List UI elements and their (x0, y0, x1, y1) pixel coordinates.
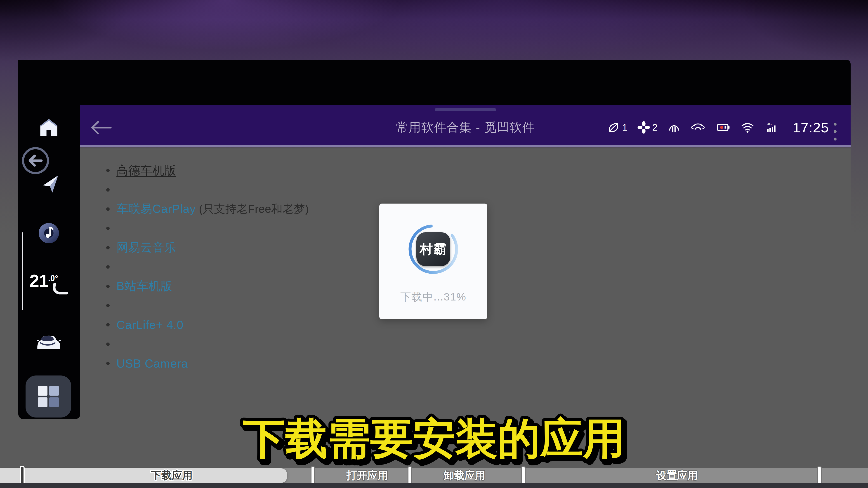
app-link[interactable]: 网易云音乐 (116, 240, 176, 256)
drag-handle[interactable] (435, 108, 496, 111)
download-progress-text: 下载中...31% (379, 290, 487, 304)
list-item: 高德车机版 (106, 161, 491, 180)
status-bar: 1 2 (607, 105, 829, 145)
list-item: USB Camera (106, 354, 491, 373)
temperature-unit: .0° (48, 273, 58, 283)
bullet-icon (106, 362, 110, 365)
separator-bar (311, 467, 314, 484)
seat-temperature[interactable]: 21.0° (29, 271, 72, 291)
app-link[interactable]: 高德车机版 (116, 163, 176, 178)
music-button[interactable] (37, 221, 61, 246)
back-arrow-icon (89, 120, 113, 137)
video-caption: 下载需要安装的应用 下载需要安装的应用 (235, 412, 633, 470)
home-icon (38, 117, 60, 139)
bullet-icon (106, 304, 110, 307)
separator-bar (408, 467, 411, 484)
app-grid-button[interactable] (26, 376, 71, 418)
eco-leaf-icon: 1 (607, 121, 627, 134)
chapter-tab[interactable]: 设置应用 (656, 468, 698, 483)
app-link-note: (只支持老Free和老梦) (199, 201, 309, 217)
eco-badge: 1 (622, 122, 627, 133)
home-button[interactable] (38, 117, 60, 139)
chapter-tab[interactable]: 下载应用 (151, 468, 193, 483)
clock: 17:25 (793, 120, 829, 135)
bullet-icon (106, 323, 110, 326)
chapter-tab[interactable]: 卸载应用 (444, 468, 485, 483)
app-header: 常用软件合集 - 觅凹软件 1 (80, 105, 850, 147)
bottom-strip (0, 483, 868, 488)
bullet-icon (106, 265, 110, 269)
car-infotainment-screen: 21.0° (0, 0, 868, 488)
seat-vent-icon (667, 121, 681, 134)
app-link[interactable]: 车联易CarPlay (116, 201, 196, 217)
wifi-icon (740, 121, 755, 134)
page-title: 常用软件合集 - 觅凹软件 (396, 119, 535, 136)
car-front-icon (36, 330, 62, 352)
window-top-strip (18, 60, 850, 105)
active-tab-background (0, 468, 287, 483)
fan-badge: 2 (652, 122, 657, 133)
navigation-button[interactable] (38, 172, 63, 197)
app-link[interactable]: CarLife+ 4.0 (116, 318, 184, 332)
download-dialog: 村霸 下载中...31% (379, 203, 487, 319)
bullet-icon (106, 169, 110, 172)
caption-text: 下载需要安装的应用 (243, 415, 625, 462)
bullet-icon (106, 246, 110, 250)
kebab-menu-icon[interactable] (834, 123, 837, 140)
rail-scroll-indicator[interactable] (22, 232, 23, 310)
bullet-icon (106, 227, 110, 230)
temperature-value: 21 (29, 271, 48, 291)
separator-bar (522, 467, 525, 484)
cell-signal-icon: 4G (764, 121, 779, 134)
header-back-button[interactable] (88, 118, 113, 138)
dashcam-record-icon (716, 121, 731, 134)
bullet-icon (106, 285, 110, 288)
car-connect-icon (690, 121, 706, 134)
music-disc-icon (37, 221, 61, 246)
seat-heat-icon (49, 283, 70, 303)
nav-cursor-icon (38, 171, 63, 197)
chapter-tab[interactable]: 打开应用 (346, 468, 388, 483)
chapter-bar: 下载应用打开应用卸载应用设置应用 (0, 468, 868, 483)
separator-bar (21, 467, 24, 484)
network-label: 4G (767, 122, 772, 126)
app-link[interactable]: B站车机版 (116, 278, 173, 294)
separator-bar (818, 467, 821, 484)
bullet-icon (106, 343, 110, 346)
fan-icon: 2 (637, 121, 657, 134)
app-grid-icon (38, 386, 59, 407)
vehicle-button[interactable] (36, 330, 62, 352)
bullet-icon (106, 188, 110, 192)
downloading-app-icon: 村霸 (416, 232, 450, 266)
app-link[interactable]: USB Camera (116, 357, 188, 370)
bullet-icon (106, 207, 110, 211)
list-item (106, 335, 491, 354)
list-item (106, 180, 491, 199)
